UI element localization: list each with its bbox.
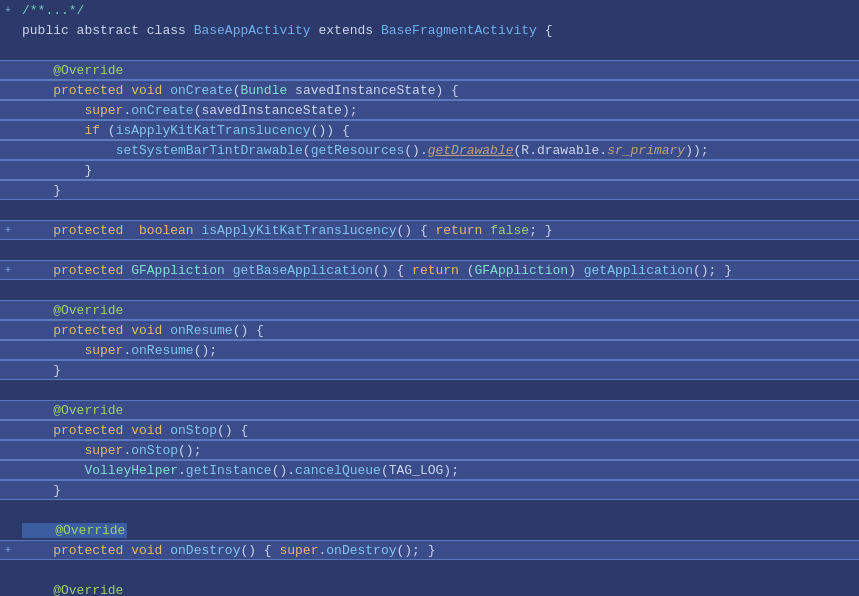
code-line-19: } [0, 360, 859, 380]
code-line-16: @Override [0, 300, 859, 320]
line-content-25: } [18, 483, 859, 498]
code-line-11 [0, 200, 859, 220]
code-line-8: setSystemBarTintDrawable(getResources().… [0, 140, 859, 160]
line-content-17: protected void onResume() { [18, 323, 859, 338]
code-line-5: protected void onCreate(Bundle savedInst… [0, 80, 859, 100]
code-line-22: protected void onStop() { [0, 420, 859, 440]
line-content-4: @Override [18, 63, 859, 78]
line-content-29 [18, 563, 859, 578]
line-content-2: public abstract class BaseAppActivity ex… [18, 23, 859, 38]
code-line-2: public abstract class BaseAppActivity ex… [0, 20, 859, 40]
code-line-1: + /**...*/ [0, 0, 859, 20]
line-content-12: protected boolean isApplyKitKatTransluce… [18, 223, 859, 238]
line-content-19: } [18, 363, 859, 378]
code-line-21: @Override [0, 400, 859, 420]
code-line-29 [0, 560, 859, 580]
code-line-27: @Override [0, 520, 859, 540]
code-editor: + /**...*/ public abstract class BaseApp… [0, 0, 859, 596]
line-content-23: super.onStop(); [18, 443, 859, 458]
code-line-17: protected void onResume() { [0, 320, 859, 340]
code-line-3 [0, 40, 859, 60]
code-line-7: if (isApplyKitKatTranslucency()) { [0, 120, 859, 140]
fold-icon-28[interactable]: + [5, 545, 11, 556]
line-content-1: /**...*/ [18, 3, 859, 18]
code-line-28: + protected void onDestroy() { super.onD… [0, 540, 859, 560]
line-content-3 [18, 43, 859, 58]
line-content-26 [18, 503, 859, 518]
code-line-6: super.onCreate(savedInstanceState); [0, 100, 859, 120]
code-line-30: @Override [0, 580, 859, 596]
line-content-28: protected void onDestroy() { super.onDes… [18, 543, 859, 558]
line-content-8: setSystemBarTintDrawable(getResources().… [18, 143, 859, 158]
code-line-12: + protected boolean isApplyKitKatTranslu… [0, 220, 859, 240]
line-content-30: @Override [18, 583, 859, 597]
code-line-18: super.onResume(); [0, 340, 859, 360]
line-content-9: } [18, 163, 859, 178]
code-line-9: } [0, 160, 859, 180]
code-line-13 [0, 240, 859, 260]
gutter-28: + [0, 545, 18, 556]
line-content-13 [18, 243, 859, 258]
code-line-26 [0, 500, 859, 520]
line-content-18: super.onResume(); [18, 343, 859, 358]
line-content-11 [18, 203, 859, 218]
code-line-14: + protected GFAppliction getBaseApplicat… [0, 260, 859, 280]
line-content-15 [18, 283, 859, 298]
line-content-21: @Override [18, 403, 859, 418]
gutter-14: + [0, 265, 18, 276]
line-content-16: @Override [18, 303, 859, 318]
fold-icon-14[interactable]: + [5, 265, 11, 276]
gutter-1: + [0, 5, 18, 16]
line-content-22: protected void onStop() { [18, 423, 859, 438]
fold-icon-1[interactable]: + [5, 5, 11, 16]
code-line-4: @Override [0, 60, 859, 80]
fold-icon-12[interactable]: + [5, 225, 11, 236]
code-line-23: super.onStop(); [0, 440, 859, 460]
gutter-12: + [0, 225, 18, 236]
line-content-14: protected GFAppliction getBaseApplicatio… [18, 263, 859, 278]
code-line-24: VolleyHelper.getInstance().cancelQueue(T… [0, 460, 859, 480]
line-content-27: @Override [18, 523, 859, 538]
code-line-10: } [0, 180, 859, 200]
line-content-10: } [18, 183, 859, 198]
code-line-25: } [0, 480, 859, 500]
code-line-20 [0, 380, 859, 400]
line-content-20 [18, 383, 859, 398]
code-line-15 [0, 280, 859, 300]
line-content-5: protected void onCreate(Bundle savedInst… [18, 83, 859, 98]
line-content-24: VolleyHelper.getInstance().cancelQueue(T… [18, 463, 859, 478]
line-content-6: super.onCreate(savedInstanceState); [18, 103, 859, 118]
line-content-7: if (isApplyKitKatTranslucency()) { [18, 123, 859, 138]
